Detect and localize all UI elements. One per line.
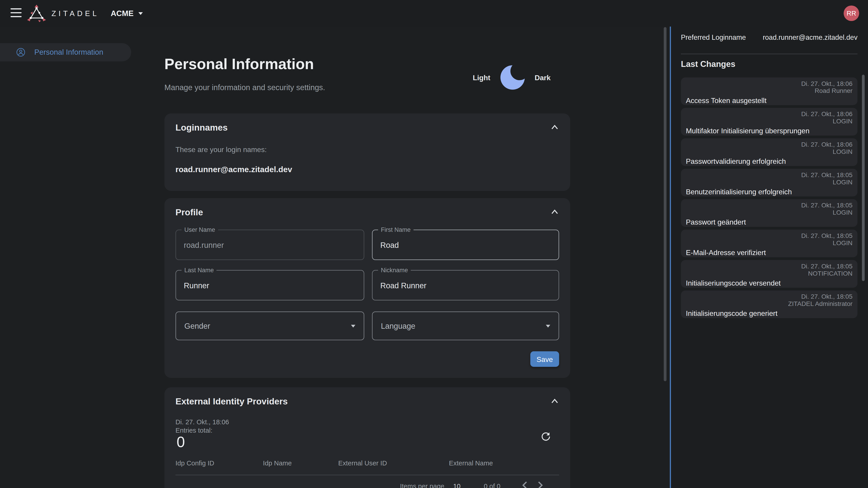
change-actor: LOGIN: [686, 239, 852, 247]
chevron-right-icon: [537, 482, 543, 488]
account-circle-icon: [16, 48, 26, 57]
divider: [681, 54, 857, 54]
brand-wordmark: ZITADEL: [52, 9, 99, 18]
change-event: Initialiseriungscode versendet: [686, 279, 852, 288]
change-event: Initialisierungscode generiert: [686, 309, 852, 318]
lastname-field-wrap: Last Name: [176, 270, 364, 300]
external-idps-card: External Identity Providers Di. 27. Okt.…: [164, 387, 570, 488]
page-subtitle: Manage your information and security set…: [164, 83, 325, 92]
loginnames-card: Loginnames These are your login names: r…: [164, 113, 570, 191]
column-header-external-name: External Name: [449, 459, 493, 467]
chevron-left-icon: [522, 482, 527, 488]
username-label: User Name: [182, 226, 218, 233]
items-per-page-label: Items per page: [400, 482, 444, 488]
firstname-label: First Name: [378, 226, 413, 233]
gender-select[interactable]: Gender: [176, 312, 364, 340]
moon-icon[interactable]: [500, 65, 525, 90]
loginname-value: road.runner@acme.zitadel.dev: [176, 165, 292, 174]
language-select-label: Language: [381, 322, 415, 330]
column-header-external-user-id: External User ID: [338, 459, 387, 467]
org-switcher[interactable]: ACME: [111, 0, 143, 27]
preferred-loginname-row: Preferred Loginname road.runner@acme.zit…: [681, 34, 857, 41]
change-timestamp: Di. 27. Okt., 18:05: [686, 202, 852, 209]
change-list-item[interactable]: Di. 27. Okt., 18:05 LOGIN E-Mail-Adresse…: [681, 230, 857, 257]
org-name: ACME: [111, 9, 133, 18]
chevron-down-icon: [138, 12, 143, 15]
username-field-wrap: User Name: [176, 230, 364, 260]
change-list-item[interactable]: Di. 27. Okt., 18:05 LOGIN Benutzerinitia…: [681, 169, 857, 196]
sidebar-item-personal-information[interactable]: Personal Information: [0, 43, 131, 61]
change-actor: LOGIN: [686, 179, 852, 186]
change-actor: Road Runner: [686, 88, 852, 95]
firstname-field-wrap: First Name: [372, 230, 559, 260]
sidebar-scrollbar-thumb[interactable]: [862, 75, 865, 281]
profile-card: Profile User Name First Name Last Name N…: [164, 198, 570, 378]
theme-light-label[interactable]: Light: [473, 73, 490, 82]
zitadel-logo[interactable]: ZITADEL: [27, 2, 99, 25]
change-event: E-Mail-Adresse verifiziert: [686, 249, 852, 257]
change-timestamp: Di. 27. Okt., 18:06: [686, 80, 852, 88]
entries-total-label: Entries total:: [176, 427, 212, 434]
change-list-item[interactable]: Di. 27. Okt., 18:06 LOGIN Multifaktor In…: [681, 108, 857, 135]
change-event: Access Token ausgestellt: [686, 96, 852, 105]
next-page-button[interactable]: [537, 482, 543, 488]
change-actor: LOGIN: [686, 148, 852, 156]
firstname-input[interactable]: [373, 230, 559, 260]
change-event: Multifaktor Initialisierung übersprungen: [686, 127, 852, 135]
last-changes-list: Di. 27. Okt., 18:06 Road Runner Access T…: [681, 77, 857, 318]
change-list-item[interactable]: Di. 27. Okt., 18:05 NOTIFICATION Initial…: [681, 260, 857, 288]
user-detail-sidebar: Preferred Loginname road.runner@acme.zit…: [670, 27, 868, 488]
dropdown-arrow-icon: [351, 324, 355, 327]
chevron-up-icon[interactable]: [551, 209, 559, 215]
change-timestamp: Di. 27. Okt., 18:05: [686, 232, 852, 240]
theme-dark-label[interactable]: Dark: [535, 73, 551, 82]
entries-total-value: 0: [177, 434, 185, 451]
change-timestamp: Di. 27. Okt., 18:06: [686, 141, 852, 148]
page-size-select[interactable]: 10: [453, 482, 461, 488]
change-list-item[interactable]: Di. 27. Okt., 18:05 LOGIN Passwort geänd…: [681, 199, 857, 227]
main-scrollbar-thumb[interactable]: [664, 27, 666, 381]
idps-timestamp: Di. 27. Okt., 18:06: [176, 418, 229, 426]
gender-select-label: Gender: [184, 322, 210, 330]
refresh-button[interactable]: [539, 430, 553, 444]
user-avatar[interactable]: RR: [844, 5, 859, 21]
change-list-item[interactable]: Di. 27. Okt., 18:06 LOGIN Passwortvalidi…: [681, 138, 857, 166]
loginnames-description: These are your login names:: [176, 145, 267, 154]
username-input[interactable]: [176, 230, 364, 260]
zitadel-logo-icon: [27, 4, 46, 23]
chevron-up-icon[interactable]: [551, 398, 559, 404]
dropdown-arrow-icon: [546, 324, 550, 327]
top-bar: ZITADEL ACME RR: [0, 0, 868, 27]
preferred-loginname-value: road.runner@acme.zitadel.dev: [763, 34, 857, 41]
change-event: Benutzerinitialisierung erfolgreich: [686, 188, 852, 196]
lastname-input[interactable]: [176, 271, 364, 300]
nickname-label: Nickname: [378, 267, 411, 273]
change-timestamp: Di. 27. Okt., 18:05: [686, 171, 852, 179]
loginnames-card-title: Loginnames: [176, 123, 228, 133]
change-actor: LOGIN: [686, 118, 852, 125]
chevron-up-icon[interactable]: [551, 125, 559, 130]
page-range-label: 0 of 0: [484, 482, 500, 488]
column-header-idp-name: Idp Name: [263, 459, 291, 467]
theme-toggle[interactable]: Light Dark: [473, 64, 551, 91]
column-header-idp-config-id: Idp Config ID: [176, 459, 214, 467]
language-select[interactable]: Language: [372, 312, 559, 340]
profile-card-title: Profile: [176, 207, 203, 217]
sidebar-item-label: Personal Information: [34, 48, 103, 57]
refresh-icon: [540, 431, 551, 442]
change-actor: ZITADEL Administrator: [686, 300, 852, 308]
preferred-loginname-label: Preferred Loginname: [681, 34, 746, 41]
change-list-item[interactable]: Di. 27. Okt., 18:06 Road Runner Access T…: [681, 77, 857, 105]
lastname-label: Last Name: [182, 267, 217, 273]
change-timestamp: Di. 27. Okt., 18:05: [686, 293, 852, 300]
nickname-input[interactable]: [373, 271, 559, 300]
save-button[interactable]: Save: [530, 351, 559, 367]
previous-page-button[interactable]: [522, 482, 527, 488]
change-actor: NOTIFICATION: [686, 270, 852, 277]
table-divider: [176, 475, 559, 475]
external-idps-card-title: External Identity Providers: [176, 397, 287, 407]
change-list-item[interactable]: Di. 27. Okt., 18:05 ZITADEL Administrato…: [681, 291, 857, 318]
change-actor: LOGIN: [686, 209, 852, 217]
menu-icon[interactable]: [11, 8, 22, 18]
change-timestamp: Di. 27. Okt., 18:06: [686, 111, 852, 118]
